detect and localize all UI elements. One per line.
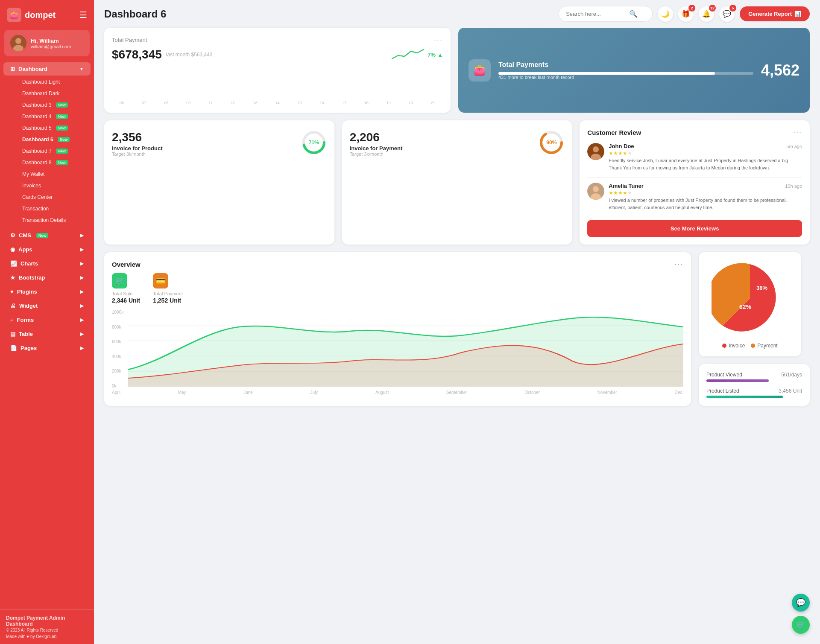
review-time-1: 5m ago [786, 144, 802, 149]
invoice-payment-pct: 90% [546, 140, 556, 146]
sidebar-item-table[interactable]: ▤ Table ▶ [3, 327, 91, 341]
product-stats-card: Product Viewed 561/days Product Listed 3… [699, 364, 810, 406]
sidebar-item-invoices[interactable]: Invoices [3, 180, 91, 191]
new-badge: New [58, 137, 70, 142]
sidebar-item-pages[interactable]: 📄 Pages ▶ [3, 341, 91, 355]
invoice-product-card: 2,356 Invoice for Product Target 3k/mont… [104, 120, 334, 245]
chevron-right-icon: ▶ [80, 233, 84, 238]
invoice-payment-amount: 2,206 [350, 131, 403, 144]
bell-button[interactable]: 🔔 12 [699, 6, 714, 22]
bar-stacked [144, 73, 144, 99]
charts-label: Charts [20, 260, 38, 267]
overview-dots[interactable]: ··· [674, 260, 683, 269]
new-badge: New [56, 125, 68, 131]
sidebar-item-dashboard-5[interactable]: Dashboard 5New [3, 122, 91, 134]
chevron-right-icon: ▶ [80, 289, 84, 294]
invoice-product-amount: 2,356 [112, 131, 162, 144]
sidebar-item-apps[interactable]: ◉ Apps ▶ [3, 243, 91, 256]
sidebar-item-dashboard-7[interactable]: Dashboard 7New [3, 146, 91, 157]
review-dots[interactable]: ··· [793, 128, 802, 137]
product-viewed-bar [706, 379, 769, 382]
total-sale-value: 2,346 Unit [112, 297, 140, 304]
sidebar-item-plugins[interactable]: ♥ Plugins ▶ [3, 285, 91, 298]
review-name-1: John Doe [609, 143, 634, 149]
bar-stacked [299, 65, 300, 99]
floating-chat-button[interactable]: 💬 [792, 594, 810, 612]
bar-x-label: 17 [342, 101, 346, 105]
footer-title: Dompet Payment Admin Dashboard [6, 615, 88, 627]
invoice-dot [722, 344, 726, 348]
user-name: Hi, William [31, 38, 71, 44]
review-item-2: Amelia Tuner 10h ago ★★★★★ I viewed a nu… [587, 183, 802, 211]
charts-icon: 📈 [10, 260, 17, 267]
search-bar[interactable]: 🔍 [559, 6, 653, 22]
sidebar-item-my-wallet[interactable]: My Wallet [3, 169, 91, 180]
sidebar-item-dashboard-light[interactable]: Dashboard Light [3, 76, 91, 87]
total-payment-dots[interactable]: ··· [434, 35, 443, 44]
trend-up-icon: ▲ [437, 52, 443, 58]
legend-total-payment: 💳 Total Payment 1,252 Unit [153, 273, 183, 304]
bar-x-label: 16 [320, 101, 324, 105]
sidebar-item-transaction-details[interactable]: Transaction Details [3, 215, 91, 226]
sidebar-item-dashboard-8[interactable]: Dashboard 8New [3, 157, 91, 168]
dashboard-icon: ⊞ [10, 66, 15, 72]
floating-cart-button[interactable]: 🛒 [792, 616, 810, 634]
product-listed-stat: Product Listed 3,456 Unit [706, 388, 802, 398]
invoice-product-pct: 71% [309, 140, 319, 146]
sidebar-item-dashboard-dark[interactable]: Dashboard Dark [3, 88, 91, 99]
bar-stacked [210, 76, 211, 99]
gift-icon: 🎁 [682, 10, 690, 18]
sidebar-item-dashboard[interactable]: ⊞ Dashboard ▼ [3, 62, 91, 76]
bar-stacked [388, 69, 389, 99]
invoice-payment-label: Invoice for Payment [350, 145, 403, 152]
sidebar-item-cms[interactable]: ⚙ CMS New ▶ [3, 229, 91, 242]
bar-group: 09 [179, 71, 198, 105]
y-label-0k: 0k [112, 384, 123, 388]
moon-button[interactable]: 🌙 [658, 6, 673, 22]
sidebar-item-transaction[interactable]: Transaction [3, 203, 91, 214]
table-icon: ▤ [10, 331, 15, 337]
sidebar-item-forms[interactable]: ≡ Forms ▶ [3, 313, 91, 326]
bootstrap-label: Bootstrap [19, 274, 45, 281]
sidebar-item-dashboard-4[interactable]: Dashboard 4New [3, 111, 91, 122]
gift-button[interactable]: 🎁 2 [678, 6, 694, 22]
svg-point-11 [593, 186, 599, 192]
bar-stacked [410, 71, 411, 99]
sidebar-item-widget[interactable]: 🖨 Widget ▶ [3, 299, 91, 312]
chevron-right-icon: ▶ [80, 275, 84, 280]
cms-icon: ⚙ [10, 232, 15, 239]
product-viewed-value: 561/days [781, 372, 802, 378]
bar-x-label: 19 [387, 101, 391, 105]
sidebar-item-dashboard-3[interactable]: Dashboard 3New [3, 99, 91, 111]
search-input[interactable] [566, 11, 626, 17]
sidebar-logo[interactable]: 👛 dompet [7, 8, 56, 22]
sidebar-item-bootstrap[interactable]: ★ Bootstrap ▶ [3, 271, 91, 284]
sidebar-item-cards-center[interactable]: Cards Center [3, 192, 91, 203]
y-label-600k: 600k [112, 339, 123, 344]
product-viewed-stat: Product Viewed 561/days [706, 372, 802, 382]
sidebar-item-dashboard-6[interactable]: Dashboard 6New [3, 134, 91, 145]
search-icon: 🔍 [629, 10, 638, 18]
bar-x-label: 08 [164, 101, 168, 105]
generate-report-button[interactable]: Generate Report 📊 [740, 6, 810, 21]
invoice-product-donut: 71% [301, 130, 327, 155]
review-text-2: I viewed a number of properties with Jus… [609, 197, 802, 211]
bar-group: 21 [423, 61, 443, 105]
sidebar-item-charts[interactable]: 📈 Charts ▶ [3, 257, 91, 270]
y-axis-labels: 1000k 800k 600k 400k 200k 0k [112, 310, 123, 388]
right-column: 62% 38% Invoice Payment [699, 252, 810, 406]
review-stars-1: ★★★★★ [609, 150, 802, 156]
user-profile[interactable]: Hi, William william@gmail.com [4, 30, 90, 56]
invoice-payment-card: 2,206 Invoice for Payment Target 3k/mont… [342, 120, 572, 245]
hamburger-button[interactable]: ☰ [79, 10, 87, 20]
review-avatar-1 [587, 143, 604, 160]
sidebar-header: 👛 dompet ☰ [0, 0, 94, 30]
message-button[interactable]: 💬 5 [719, 6, 735, 22]
table-label: Table [19, 331, 33, 337]
see-more-reviews-button[interactable]: See More Reviews [587, 220, 802, 237]
page-title: Dashboard 6 [104, 8, 554, 20]
bar-stacked [322, 73, 322, 99]
new-badge: New [56, 149, 68, 154]
wallet-icon: 👛 [7, 8, 21, 22]
y-label-1000k: 1000k [112, 310, 123, 315]
